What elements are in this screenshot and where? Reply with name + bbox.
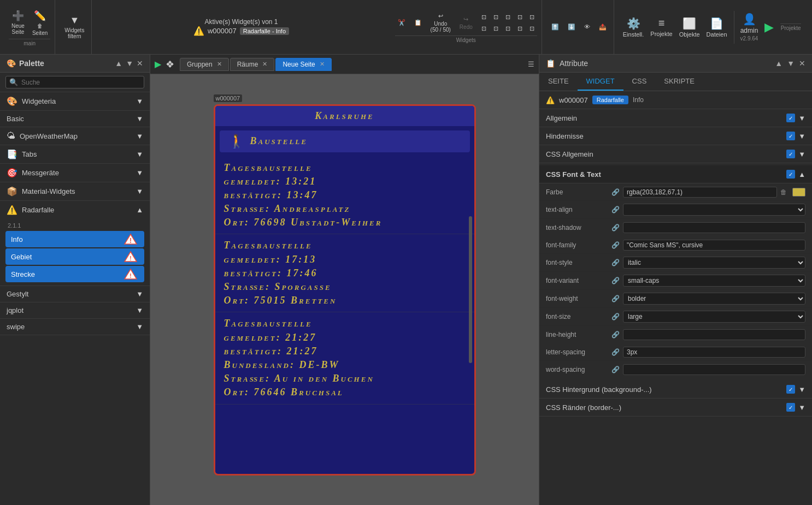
objekte-button[interactable]: ⬜ Objekte — [679, 17, 700, 38]
tabs-header[interactable]: 📑 Tabs ▼ — [0, 145, 150, 163]
widget-item-strecke[interactable]: Strecke ! — [5, 266, 144, 282]
line-height-input[interactable] — [623, 329, 805, 340]
align-middle-button[interactable]: ⊡ — [527, 12, 537, 22]
attr-section-allgemein[interactable]: Allgemein ✓ ▼ — [539, 109, 812, 127]
widget-preview[interactable]: Karlsruhe 🚶 Baustelle Tagesbaustelle gem… — [214, 104, 476, 476]
text-shadow-link-icon[interactable]: 🔗 — [611, 224, 620, 231]
hindernisse-checkbox[interactable]: ✓ — [786, 132, 795, 140]
tab-skripte[interactable]: SKRIPTE — [655, 73, 703, 91]
neue-seite-button[interactable]: ➕ Neue Seite — [9, 8, 27, 38]
font-weight-select[interactable]: bolder normal bold — [623, 293, 805, 305]
tab-seite[interactable]: SEITE — [539, 73, 578, 91]
css-border-chevron[interactable]: ▼ — [798, 403, 805, 412]
align-right-button[interactable]: ⊡ — [503, 12, 513, 22]
farbe-color-box[interactable] — [792, 188, 805, 197]
widgets-filtern-button[interactable]: ▼ Widgets filtern — [62, 13, 87, 41]
attr-section-css-border[interactable]: CSS Ränder (border-...) ✓ ▼ — [539, 399, 812, 417]
group-button[interactable]: ⊡ — [515, 23, 525, 34]
gestylt-header[interactable]: Gestylt ▼ — [0, 286, 150, 302]
align-top-button[interactable]: ⊡ — [515, 12, 525, 22]
widget-item-info[interactable]: Info ! — [5, 231, 144, 247]
word-spacing-input[interactable] — [623, 364, 805, 375]
undo-button[interactable]: ↩ Undo (50 / 50) — [428, 11, 454, 34]
redo-button[interactable]: ↪ Redo — [457, 14, 475, 32]
css-border-checkbox[interactable]: ✓ — [786, 403, 795, 412]
letter-spacing-link-icon[interactable]: 🔗 — [611, 348, 620, 356]
search-box[interactable]: 🔍 — [5, 76, 144, 88]
align-bottom-button[interactable]: ⊡ — [479, 23, 489, 34]
canvas-tab-neue-seite[interactable]: Neue Seite ✕ — [275, 58, 331, 71]
css-allgemein-chevron[interactable]: ▼ — [798, 150, 805, 158]
font-size-link-icon[interactable]: 🔗 — [611, 313, 620, 320]
palette-close[interactable]: ✕ — [137, 59, 143, 68]
css-background-chevron[interactable]: ▼ — [798, 385, 805, 394]
css-font-chevron-up[interactable]: ▲ — [798, 170, 805, 179]
einstell-button[interactable]: ⚙️ Einstell. — [623, 17, 644, 38]
text-shadow-input[interactable] — [623, 222, 805, 233]
canvas-play-button[interactable]: ▶ — [155, 59, 161, 69]
css-font-checkbox[interactable]: ✓ — [786, 170, 795, 179]
farbe-delete-icon[interactable]: 🗑 — [780, 188, 787, 196]
align-center-button[interactable]: ⊡ — [491, 12, 501, 22]
line-height-link-icon[interactable]: 🔗 — [611, 331, 620, 338]
raume-close[interactable]: ✕ — [262, 61, 267, 68]
palette-chevron-up[interactable]: ▲ — [115, 59, 122, 68]
widgeteria-header[interactable]: 🎨 Widgeteria ▼ — [0, 92, 150, 110]
neue-seite-close[interactable]: ✕ — [320, 61, 325, 68]
css-allgemein-checkbox[interactable]: ✓ — [786, 150, 795, 158]
canvas-logo-icon[interactable]: ❖ — [166, 58, 174, 70]
search-input[interactable] — [21, 79, 140, 86]
weather-header[interactable]: 🌤 OpenWeatherMap ▼ — [0, 127, 150, 145]
attr-section-css-background[interactable]: CSS Hintergrund (background-...) ✓ ▼ — [539, 381, 812, 399]
seiten-button[interactable]: ✏️ 🗑 Seiten — [30, 8, 50, 38]
hindernisse-chevron[interactable]: ▼ — [798, 132, 805, 140]
letter-spacing-input[interactable] — [623, 347, 805, 358]
font-style-link-icon[interactable]: 🔗 — [611, 259, 620, 266]
play-button[interactable]: ▶ — [764, 20, 774, 34]
allgemein-checkbox[interactable]: ✓ — [786, 114, 795, 122]
gruppen-close[interactable]: ✕ — [217, 61, 222, 68]
radarfalle-header[interactable]: ⚠️ Radarfalle ▲ — [0, 201, 150, 219]
attribute-close[interactable]: ✕ — [799, 59, 805, 68]
dist-v-button[interactable]: ⊡ — [503, 23, 513, 34]
font-size-select[interactable]: large small medium x-large — [623, 311, 805, 323]
align-left-button[interactable]: ⊡ — [479, 12, 489, 22]
farbe-input[interactable] — [623, 187, 777, 198]
dateien-button[interactable]: 📄 Dateien — [707, 17, 727, 38]
messgeraete-header[interactable]: 🎯 Messgeräte ▼ — [0, 164, 150, 182]
cut-button[interactable]: ✂️ — [395, 17, 408, 28]
widget-item-gebiet[interactable]: Gebiet ! — [5, 248, 144, 265]
basic-header[interactable]: Basic ▼ — [0, 111, 150, 127]
material-header[interactable]: 📦 Material-Widgets ▼ — [0, 182, 150, 200]
font-style-select[interactable]: italic normal oblique — [623, 257, 805, 269]
attribute-chevron-down[interactable]: ▼ — [787, 59, 795, 68]
copy-button[interactable]: 📋 — [411, 17, 425, 28]
palette-chevron-down[interactable]: ▼ — [126, 59, 133, 68]
projekte-button[interactable]: ≡ Projekte — [650, 17, 672, 37]
jqplot-header[interactable]: jqplot ▼ — [0, 302, 150, 318]
word-spacing-link-icon[interactable]: 🔗 — [611, 366, 620, 373]
css-background-checkbox[interactable]: ✓ — [786, 385, 795, 394]
attribute-chevron-up[interactable]: ▲ — [775, 59, 782, 68]
font-variant-select[interactable]: small-caps normal — [623, 275, 805, 287]
scrollbar[interactable] — [469, 216, 472, 364]
share-button[interactable]: 📤 — [596, 22, 609, 32]
font-family-input[interactable] — [623, 240, 805, 251]
canvas-menu-icon[interactable]: ☰ — [528, 60, 534, 68]
tab-widget[interactable]: WIDGET — [578, 73, 623, 91]
font-weight-link-icon[interactable]: 🔗 — [611, 295, 620, 302]
canvas-tab-raume[interactable]: Räume ✕ — [230, 58, 275, 71]
tab-css[interactable]: CSS — [623, 73, 656, 91]
allgemein-chevron[interactable]: ▼ — [798, 114, 805, 122]
text-align-select[interactable] — [623, 204, 805, 216]
swipe-header[interactable]: swipe ▼ — [0, 319, 150, 335]
dist-h-button[interactable]: ⊡ — [491, 23, 501, 34]
attr-section-hindernisse[interactable]: Hindernisse ✓ ▼ — [539, 127, 812, 145]
export-button[interactable]: ⬆️ — [549, 22, 562, 32]
text-align-link-icon[interactable]: 🔗 — [611, 206, 620, 213]
canvas-tab-gruppen[interactable]: Gruppen ✕ — [180, 58, 229, 71]
font-variant-link-icon[interactable]: 🔗 — [611, 277, 620, 284]
preview-button[interactable]: 👁 — [581, 22, 593, 32]
more-button[interactable]: ⊡ — [527, 23, 537, 34]
font-family-link-icon[interactable]: 🔗 — [611, 241, 620, 249]
